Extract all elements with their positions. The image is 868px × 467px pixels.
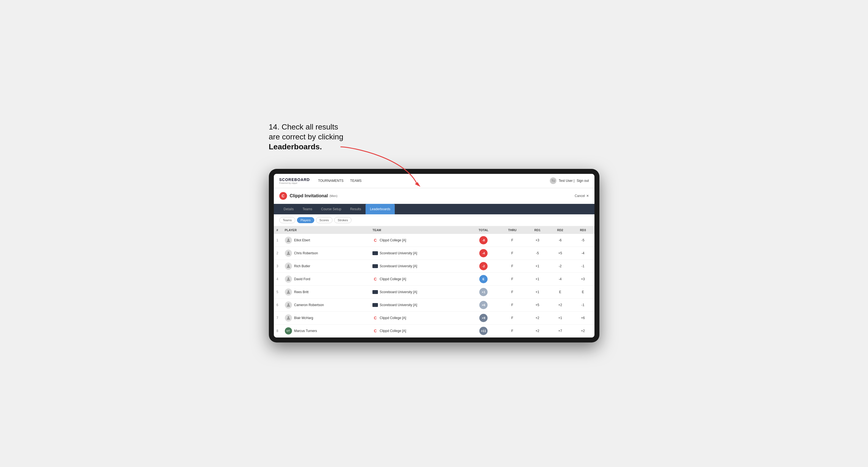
cell-team: CClippd College [A] xyxy=(370,324,468,337)
cell-rd2: -6 xyxy=(549,234,571,247)
filter-row: Teams Players Scores Strokes xyxy=(274,214,594,226)
filter-strokes[interactable]: Strokes xyxy=(334,217,351,223)
tab-details[interactable]: Details xyxy=(279,204,298,214)
nav-tournaments[interactable]: TOURNAMENTS xyxy=(318,178,343,184)
tournament-icon: C xyxy=(279,192,287,200)
cell-team: Scoreboard University [A] xyxy=(370,259,468,273)
cell-player: MTMarcus Turners xyxy=(282,324,370,337)
cell-rd2: +2 xyxy=(549,299,571,311)
player-avatar: MT xyxy=(285,327,292,335)
col-rd3: RD3 xyxy=(571,226,594,234)
cell-rd2: +7 xyxy=(549,324,571,337)
cell-total: +6 xyxy=(469,299,499,311)
cell-rd2: +1 xyxy=(549,311,571,324)
team-name: Clippd College [A] xyxy=(380,238,406,242)
filter-scores[interactable]: Scores xyxy=(316,217,333,223)
col-team: TEAM xyxy=(370,226,468,234)
svg-point-2 xyxy=(287,252,289,253)
team-logo: C xyxy=(372,315,378,321)
logo-subtitle: Powered by clippd xyxy=(279,182,310,184)
player-name: Marcus Turners xyxy=(294,329,317,333)
table-row: 5Rees BrittScoreboard University [A]+1F+… xyxy=(274,285,594,299)
table-header-row: # PLAYER TEAM TOTAL THRU RD1 RD2 RD3 xyxy=(274,226,594,234)
cell-rd3: -5 xyxy=(571,234,594,247)
cell-rd3: -1 xyxy=(571,299,594,311)
user-avatar: TU xyxy=(550,178,556,184)
tablet-frame: SCOREBOARD Powered by clippd TOURNAMENTS… xyxy=(269,169,599,342)
cell-rd3: -1 xyxy=(571,259,594,273)
table-row: 3Rich ButlerScoreboard University [A]-2F… xyxy=(274,259,594,273)
tournament-title: Clippd Invitational xyxy=(290,193,328,198)
team-logo xyxy=(372,250,378,256)
cell-player: Elliot Ebert xyxy=(282,234,370,247)
outer-wrapper: 14. Check all results are correct by cli… xyxy=(269,125,599,342)
cell-player: Rees Britt xyxy=(282,285,370,299)
col-total: TOTAL xyxy=(469,226,499,234)
cell-total: +1 xyxy=(469,285,499,299)
player-name: Chris Robertson xyxy=(294,251,318,255)
tab-teams[interactable]: Teams xyxy=(298,204,316,214)
table-row: 2Chris RobertsonScoreboard University [A… xyxy=(274,247,594,259)
cell-rd1: -5 xyxy=(526,247,549,259)
cell-rank: 3 xyxy=(274,259,282,273)
cell-rank: 2 xyxy=(274,247,282,259)
team-logo: C xyxy=(372,238,378,243)
cell-rd1: +1 xyxy=(526,285,549,299)
team-name: Scoreboard University [A] xyxy=(380,264,417,268)
cell-thru: F xyxy=(499,273,526,285)
svg-point-6 xyxy=(287,303,289,305)
team-name: Clippd College [A] xyxy=(380,316,406,320)
table-row: 8MTMarcus TurnersCClippd College [A]+11F… xyxy=(274,324,594,337)
col-thru: THRU xyxy=(499,226,526,234)
tab-leaderboards[interactable]: Leaderboards xyxy=(366,204,395,214)
cell-rd1: +2 xyxy=(526,324,549,337)
tab-results[interactable]: Results xyxy=(346,204,366,214)
cell-rank: 7 xyxy=(274,311,282,324)
col-rd1: RD1 xyxy=(526,226,549,234)
player-name: Elliot Ebert xyxy=(294,238,310,242)
cell-thru: F xyxy=(499,285,526,299)
cell-thru: F xyxy=(499,259,526,273)
cell-rd3: +6 xyxy=(571,311,594,324)
tab-course-setup[interactable]: Course Setup xyxy=(317,204,346,214)
col-rank: # xyxy=(274,226,282,234)
cell-rank: 1 xyxy=(274,234,282,247)
filter-teams[interactable]: Teams xyxy=(279,217,295,223)
tournament-badge: (Men) xyxy=(330,194,337,197)
cell-thru: F xyxy=(499,299,526,311)
cell-total: -8 xyxy=(469,234,499,247)
cell-team: CClippd College [A] xyxy=(370,311,468,324)
app-logo: SCOREBOARD Powered by clippd xyxy=(279,178,310,184)
team-name: Scoreboard University [A] xyxy=(380,303,417,307)
team-logo xyxy=(372,289,378,295)
cell-total: E xyxy=(469,273,499,285)
cell-rank: 4 xyxy=(274,273,282,285)
team-name: Clippd College [A] xyxy=(380,277,406,281)
cell-team: CClippd College [A] xyxy=(370,234,468,247)
filter-players[interactable]: Players xyxy=(297,217,314,223)
tablet-screen: SCOREBOARD Powered by clippd TOURNAMENTS… xyxy=(274,174,594,338)
cell-thru: F xyxy=(499,247,526,259)
signout-link[interactable]: Sign out xyxy=(577,179,589,183)
cell-rd2: -4 xyxy=(549,273,571,285)
cell-rd3: +2 xyxy=(571,324,594,337)
player-avatar xyxy=(285,302,292,309)
user-label: Test User | xyxy=(559,179,575,183)
cell-rd2: E xyxy=(549,285,571,299)
player-name: David Ford xyxy=(294,277,310,281)
player-avatar xyxy=(285,314,292,321)
cell-thru: F xyxy=(499,311,526,324)
cell-rd1: +5 xyxy=(526,299,549,311)
cancel-button[interactable]: Cancel ✕ xyxy=(575,194,589,198)
player-name: Rees Britt xyxy=(294,290,309,294)
player-avatar xyxy=(285,276,292,283)
nav-teams[interactable]: TEAMS xyxy=(350,178,362,184)
tournament-header: C Clippd Invitational (Men) Cancel ✕ xyxy=(274,188,594,204)
table-row: 1Elliot EbertCClippd College [A]-8F+3-6-… xyxy=(274,234,594,247)
svg-point-7 xyxy=(287,316,289,318)
cell-total: +11 xyxy=(469,324,499,337)
svg-point-3 xyxy=(287,264,289,266)
cell-rank: 6 xyxy=(274,299,282,311)
team-logo: C xyxy=(372,328,378,334)
col-player: PLAYER xyxy=(282,226,370,234)
